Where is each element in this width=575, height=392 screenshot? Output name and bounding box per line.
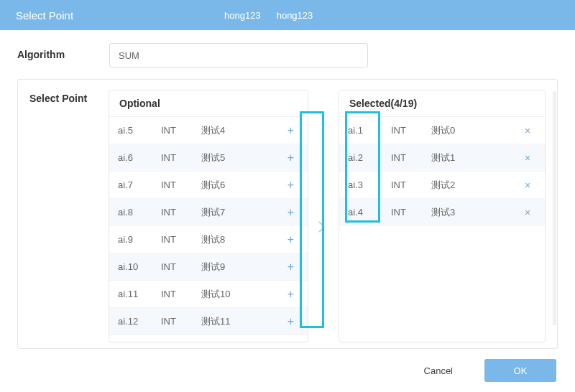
remove-icon[interactable]: × xyxy=(519,125,536,136)
add-icon[interactable]: + xyxy=(282,151,299,164)
dialog-footer: Cancel OK xyxy=(0,353,575,392)
dialog-title: Select Point xyxy=(16,9,73,22)
item-id: ai.8 xyxy=(118,207,161,218)
item-id: ai.10 xyxy=(118,261,161,272)
list-item: ai.2INT测试1× xyxy=(339,144,545,172)
item-type: INT xyxy=(161,234,201,245)
algorithm-row: Algorithm xyxy=(17,43,558,67)
item-desc: 测试4 xyxy=(201,124,282,137)
add-icon[interactable]: + xyxy=(282,233,299,246)
item-id: ai.4 xyxy=(348,207,391,218)
scrollbar[interactable] xyxy=(553,91,556,325)
add-icon[interactable]: + xyxy=(282,179,299,192)
item-id: ai.5 xyxy=(118,125,161,136)
select-point-panels: Select Point Optional ai.5INT测试4+ai.6INT… xyxy=(17,79,558,349)
list-item: ai.4INT测试3× xyxy=(339,199,545,226)
list-item: ai.5INT测试4+ xyxy=(109,117,308,144)
add-icon[interactable]: + xyxy=(282,206,299,219)
item-id: ai.9 xyxy=(118,234,161,245)
item-type: INT xyxy=(161,316,201,327)
item-desc: 测试1 xyxy=(431,151,519,164)
algorithm-label: Algorithm xyxy=(17,43,96,60)
item-desc: 测试11 xyxy=(201,315,282,328)
select-point-label: Select Point xyxy=(29,90,98,342)
select-point-dialog: Select Point hong123 hong123 Algorithm S… xyxy=(0,0,575,392)
remove-icon[interactable]: × xyxy=(519,152,536,164)
selected-panel: Selected(4/19) ai.1INT测试0×ai.2INT测试1×ai.… xyxy=(339,90,546,342)
transfer-arrow-icon xyxy=(318,221,328,233)
item-desc: 测试10 xyxy=(201,288,282,301)
item-type: INT xyxy=(391,125,431,136)
optional-panel: Optional ai.5INT测试4+ai.6INT测试5+ai.7INT测试… xyxy=(109,90,308,342)
selected-header: Selected(4/19) xyxy=(339,90,545,117)
add-icon[interactable]: + xyxy=(282,124,299,137)
remove-icon[interactable]: × xyxy=(519,179,536,191)
item-type: INT xyxy=(161,207,201,218)
add-icon[interactable]: + xyxy=(282,261,299,274)
breadcrumb-item: hong123 xyxy=(277,10,313,21)
item-desc: 测试0 xyxy=(431,124,519,137)
item-desc: 测试9 xyxy=(201,261,282,274)
list-item: ai.1INT测试0× xyxy=(339,117,545,144)
item-type: INT xyxy=(391,207,431,218)
item-id: ai.1 xyxy=(348,125,391,136)
item-type: INT xyxy=(161,261,201,272)
dialog-body: Algorithm Select Point Optional ai.5INT测… xyxy=(0,30,575,353)
item-id: ai.6 xyxy=(118,152,161,163)
item-desc: 测试5 xyxy=(201,151,282,164)
breadcrumb: hong123 hong123 xyxy=(224,10,313,21)
cancel-button[interactable]: Cancel xyxy=(408,359,469,382)
item-id: ai.2 xyxy=(348,152,391,163)
list-item: ai.6INT测试5+ xyxy=(109,144,308,172)
selected-list[interactable]: ai.1INT测试0×ai.2INT测试1×ai.3INT测试2×ai.4INT… xyxy=(339,117,545,342)
remove-icon[interactable]: × xyxy=(519,207,536,218)
breadcrumb-item: hong123 xyxy=(224,10,261,21)
item-desc: 测试6 xyxy=(201,179,282,192)
list-item: ai.3INT测试2× xyxy=(339,172,545,199)
item-desc: 测试8 xyxy=(201,233,282,246)
item-desc: 测试3 xyxy=(431,206,519,219)
list-item: ai.8INT测试7+ xyxy=(109,199,308,226)
list-item: ai.12INT测试11+ xyxy=(109,308,308,335)
item-id: ai.11 xyxy=(118,289,161,299)
item-type: INT xyxy=(161,125,201,136)
item-desc: 测试7 xyxy=(201,206,282,219)
item-id: ai.7 xyxy=(118,179,161,190)
algorithm-input[interactable] xyxy=(109,43,368,67)
list-item: ai.10INT测试9+ xyxy=(109,253,308,281)
item-id: ai.3 xyxy=(348,179,391,190)
item-desc: 测试2 xyxy=(431,179,519,192)
list-item: ai.11INT测试10+ xyxy=(109,281,308,308)
add-icon[interactable]: + xyxy=(282,315,299,328)
optional-list[interactable]: ai.5INT测试4+ai.6INT测试5+ai.7INT测试6+ai.8INT… xyxy=(109,117,308,342)
item-type: INT xyxy=(161,152,201,163)
titlebar: Select Point hong123 hong123 xyxy=(0,0,575,30)
list-item: ai.9INT测试8+ xyxy=(109,226,308,253)
item-type: INT xyxy=(161,179,201,190)
item-type: INT xyxy=(391,152,431,163)
item-type: INT xyxy=(161,289,201,299)
ok-button[interactable]: OK xyxy=(484,359,556,382)
optional-header: Optional xyxy=(109,90,308,117)
add-icon[interactable]: + xyxy=(282,288,299,301)
item-type: INT xyxy=(391,179,431,190)
list-item: ai.7INT测试6+ xyxy=(109,172,308,199)
item-id: ai.12 xyxy=(118,316,161,327)
